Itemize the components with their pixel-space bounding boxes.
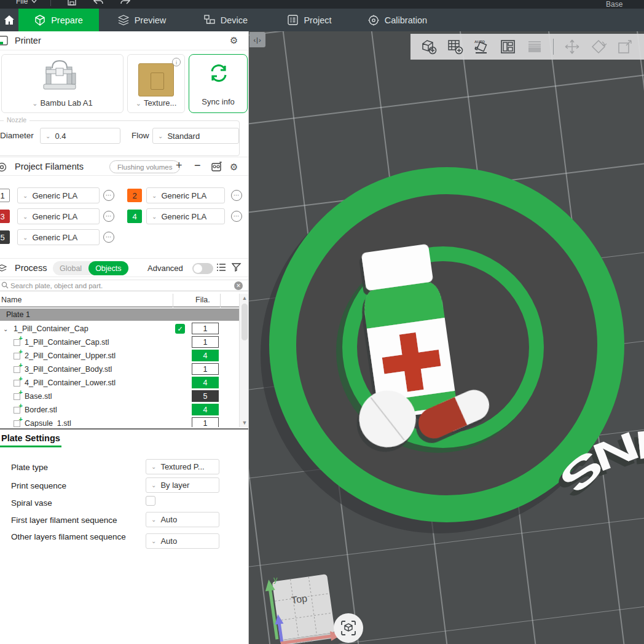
printer-name-dropdown[interactable]: ⌄Bambu Lab A1 bbox=[2, 98, 123, 108]
search-clear-icon[interactable]: ✕ bbox=[234, 281, 243, 290]
search-input[interactable] bbox=[10, 282, 234, 289]
save-button[interactable] bbox=[67, 0, 77, 6]
reset-view-button[interactable] bbox=[334, 613, 363, 643]
filter-params-icon[interactable] bbox=[232, 263, 242, 274]
filament-assignment-chip[interactable]: 4 bbox=[192, 377, 219, 388]
table-row[interactable]: 3_Pill_Container_Body.stl1 bbox=[0, 363, 238, 376]
filament-assignment-chip[interactable]: 4 bbox=[192, 404, 219, 415]
advanced-toggle[interactable] bbox=[192, 263, 213, 274]
panel-collapse-handle[interactable]: ‹|› bbox=[249, 32, 265, 47]
filament-assignment-chip[interactable]: 1 bbox=[192, 363, 219, 375]
diameter-dropdown[interactable]: ⌄0.4 bbox=[40, 128, 120, 144]
device-icon bbox=[204, 15, 215, 26]
fila-column-header[interactable]: Fila. bbox=[195, 296, 210, 304]
object-name[interactable]: 4_Pill_Container_Lower.stl bbox=[25, 379, 116, 387]
table-row[interactable]: ⌄1_Pill_Container_Cap✓1 bbox=[0, 322, 238, 336]
rotate-tool-button[interactable] bbox=[591, 39, 607, 55]
filament-type-dropdown[interactable]: ⌄Generic PLA bbox=[146, 208, 225, 224]
filament-assignment-chip[interactable]: 1 bbox=[192, 417, 219, 427]
undo-button[interactable] bbox=[93, 0, 104, 6]
object-name[interactable]: Base.stl bbox=[25, 392, 52, 401]
move-tool-button[interactable] bbox=[564, 39, 580, 55]
sync-info-button[interactable]: Sync info bbox=[189, 54, 248, 113]
table-row[interactable]: 4_Pill_Container_Lower.stl4 bbox=[0, 376, 238, 390]
remove-filament-button[interactable]: − bbox=[194, 159, 201, 172]
filament-assignment-chip[interactable]: 1 bbox=[192, 323, 219, 334]
tab-calibration[interactable]: Calibration bbox=[353, 9, 442, 31]
plate-type-dropdown[interactable]: ⌄Texture... bbox=[128, 98, 184, 108]
scale-tool-button[interactable] bbox=[617, 39, 633, 55]
tab-prepare[interactable]: Prepare bbox=[18, 9, 99, 31]
filament-more-icon[interactable]: ⋯ bbox=[231, 211, 242, 222]
tab-project[interactable]: Project bbox=[267, 9, 353, 31]
object-name[interactable]: 2_Pill_Container_Upper.stl bbox=[25, 351, 116, 360]
scroll-up-icon[interactable]: ▲ bbox=[240, 295, 249, 301]
printer-settings-gear-icon[interactable]: ⚙ bbox=[230, 35, 238, 46]
model-vitamins-badge[interactable]: TOOK MY VITAMINS bbox=[249, 133, 644, 563]
plate-group-row[interactable]: Plate 1 bbox=[0, 308, 249, 321]
plate-type-select[interactable]: ⌄Textured P... bbox=[146, 459, 219, 474]
scope-objects-option[interactable]: Objects bbox=[88, 261, 128, 275]
scrollbar-thumb[interactable] bbox=[242, 304, 248, 340]
other-layers-sequence-select[interactable]: ⌄Auto bbox=[146, 533, 219, 549]
add-plate-button[interactable] bbox=[447, 39, 463, 55]
calibration-icon bbox=[368, 15, 379, 26]
object-name[interactable]: Border.stl bbox=[25, 406, 57, 414]
filament-color-chip[interactable]: 2 bbox=[127, 189, 142, 202]
tab-calibration-label: Calibration bbox=[385, 15, 427, 25]
printer-card[interactable]: ⌄Bambu Lab A1 bbox=[1, 54, 124, 113]
info-icon[interactable]: i bbox=[172, 58, 181, 66]
filament-name: Generic PLA bbox=[161, 212, 206, 221]
filament-color-chip[interactable]: 5 bbox=[0, 230, 10, 244]
object-name[interactable]: 3_Pill_Container_Body.stl bbox=[25, 365, 112, 374]
filament-assignment-chip[interactable]: 4 bbox=[192, 350, 219, 361]
project-name-label[interactable]: Base bbox=[606, 0, 622, 9]
table-row[interactable]: 1_Pill_Container_Cap.stl1 bbox=[0, 336, 238, 349]
table-scrollbar[interactable]: ▲ ▼ bbox=[239, 294, 249, 427]
tab-preview[interactable]: Preview bbox=[99, 9, 185, 31]
flushing-volumes-button[interactable]: Flushing volumes bbox=[109, 160, 180, 173]
table-row[interactable]: Base.stl5 bbox=[0, 390, 238, 403]
variable-layer-height-button[interactable] bbox=[527, 39, 543, 55]
process-scope-segmented: Global Objects bbox=[53, 261, 128, 275]
scope-global-option[interactable]: Global bbox=[53, 264, 88, 273]
name-column-header[interactable]: Name bbox=[1, 296, 22, 304]
add-filament-button[interactable]: + bbox=[176, 159, 183, 172]
filament-more-icon[interactable]: ⋯ bbox=[103, 232, 114, 243]
filament-type-dropdown[interactable]: ⌄Generic PLA bbox=[146, 187, 225, 203]
first-layer-sequence-select[interactable]: ⌄Auto bbox=[146, 512, 219, 527]
tab-device[interactable]: Device bbox=[185, 9, 267, 31]
add-object-button[interactable] bbox=[421, 39, 437, 55]
expand-chevron-icon[interactable]: ⌄ bbox=[3, 326, 9, 332]
table-row[interactable]: Capsule_1.stl1 bbox=[0, 417, 238, 427]
redo-button[interactable] bbox=[120, 0, 131, 6]
object-name[interactable]: 1_Pill_Container_Cap.stl bbox=[25, 338, 109, 347]
spiral-vase-checkbox[interactable] bbox=[146, 496, 155, 506]
viewport-3d[interactable]: TOOK MY VITAMINS bbox=[249, 31, 644, 644]
filament-assignment-chip[interactable]: 1 bbox=[192, 336, 219, 348]
filament-type-dropdown[interactable]: ⌄Generic PLA bbox=[17, 229, 100, 245]
auto-arrange-button[interactable]: AUTO bbox=[474, 39, 490, 55]
home-button[interactable] bbox=[0, 9, 18, 31]
plate-settings-title[interactable]: Plate Settings bbox=[1, 433, 60, 443]
filament-assignment-chip[interactable]: 5 bbox=[192, 390, 219, 402]
filament-color-chip[interactable]: 4 bbox=[127, 210, 142, 223]
object-name[interactable]: 1_Pill_Container_Cap bbox=[14, 324, 88, 333]
list-view-icon[interactable] bbox=[216, 263, 226, 274]
object-name[interactable]: Capsule_1.stl bbox=[25, 419, 71, 427]
flow-dropdown[interactable]: ⌄Standard bbox=[152, 128, 239, 144]
ams-icon[interactable] bbox=[211, 162, 222, 175]
filament-more-icon[interactable]: ⋯ bbox=[231, 190, 242, 201]
file-menu[interactable]: File bbox=[16, 0, 37, 6]
first-layer-sequence-label: First layer filament sequence bbox=[11, 515, 140, 526]
table-row[interactable]: 2_Pill_Container_Upper.stl4 bbox=[0, 349, 238, 363]
print-sequence-select[interactable]: ⌄By layer bbox=[146, 477, 219, 493]
plate-card[interactable]: i ⌄Texture... bbox=[127, 54, 185, 113]
split-to-objects-button[interactable] bbox=[500, 39, 516, 55]
table-row[interactable]: Border.stl4 bbox=[0, 403, 238, 417]
chevron-down-icon: ⌄ bbox=[158, 133, 163, 139]
scroll-down-icon[interactable]: ▼ bbox=[240, 420, 249, 426]
visibility-checkbox[interactable]: ✓ bbox=[175, 324, 185, 334]
filament-settings-gear-icon[interactable]: ⚙ bbox=[230, 162, 238, 173]
plate-settings-active-underline bbox=[0, 446, 61, 447]
